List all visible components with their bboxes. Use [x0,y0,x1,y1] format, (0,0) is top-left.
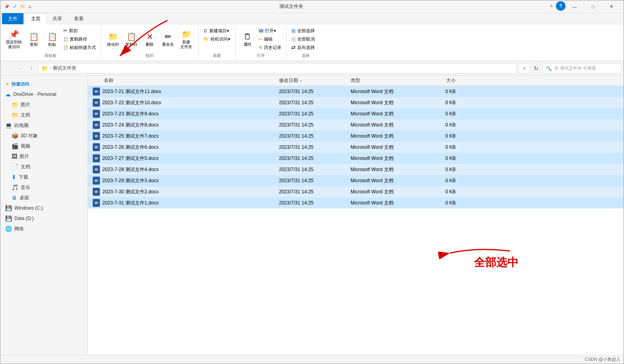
paste-button[interactable]: 📋 粘贴 [43,27,61,52]
table-row[interactable]: W 2023-7-31 测试文件1.docx 2023/7/31 14:25 M… [88,197,624,208]
pin-to-quickaccess-button[interactable]: 📌 固定到快速访问 [4,27,24,52]
clipboard-group-content: 📌 固定到快速访问 📋 复制 📋 粘贴 ✂ 剪切 [4,27,98,52]
new-folder-button[interactable]: 📁 新建文件夹 [177,27,195,52]
desktop-icon: 🖥 [12,195,17,201]
sidebar-3d-objects[interactable]: 📦 3D 对象 [0,130,88,141]
titlebar-pin-icon[interactable]: 📌 [4,4,10,10]
file-name-text: 2023-7-27 测试文件5.docx [102,155,158,162]
close-button[interactable]: ✕ [602,0,620,13]
refresh-button[interactable]: ↻ [530,63,542,74]
new-item-button[interactable]: 🗋 新建项目▾ [202,27,232,35]
minimize-button[interactable]: — [566,0,584,13]
file-name-cell: W 2023-7-22 测试文件10.docx [88,99,279,107]
back-button[interactable]: ← [2,63,13,74]
copy-path-button[interactable]: 📋 复制路径 [62,35,98,43]
sidebar-pictures-onedrive[interactable]: 📁 图片 [0,99,88,110]
sidebar-pictures-pc[interactable]: 🖼 图片 [0,151,88,162]
tab-share[interactable]: 共享 [47,13,68,24]
up-button[interactable]: ↑ [26,63,37,74]
word-file-icon: W [93,132,100,140]
table-row[interactable]: W 2023-7-26 测试文件6.docx 2023/7/31 14:25 M… [88,142,624,153]
table-row[interactable]: W 2023-7-21 测试文件11.docx 2023/7/31 14:25 … [88,86,624,97]
status-bar: CSDN @小奥超人 [0,355,624,364]
copy-to-button[interactable]: 📋 复制到 [123,27,140,52]
star-icon: ★ [5,82,9,87]
cut-button[interactable]: ✂ 剪切 [62,27,98,35]
forward-button[interactable]: → [14,63,25,74]
sidebar-documents-onedrive[interactable]: 📁 文档 [0,110,88,120]
sidebar-this-pc[interactable]: 💻 此电脑 [0,120,88,130]
titlebar-folder-icon[interactable]: 📁 [20,4,26,10]
select-none-button[interactable]: ⊟ 全部取消 [290,35,322,43]
organize-label: 组织 [146,53,154,58]
select-none-icon: ⊟ [291,36,296,42]
ribbon-collapse-btn[interactable]: ∧ [546,1,556,11]
table-row[interactable]: W 2023-7-24 测试文件8.docx 2023/7/31 14:25 M… [88,119,624,130]
open-button[interactable]: W 打开▾ [257,27,283,35]
file-type-cell: Microsoft Word 文档 [351,144,430,151]
copy-button[interactable]: 📋 复制 [25,27,43,52]
properties-button[interactable]: 🗒 属性 [239,27,256,52]
address-dropdown-button[interactable]: ∨ [519,63,530,74]
move-to-button[interactable]: 📁 移动到 [104,27,122,52]
sidebar-desktop[interactable]: 🖥 桌面 [0,193,88,203]
table-row[interactable]: W 2023-7-23 测试文件9.docx 2023/7/31 14:25 M… [88,108,624,119]
file-date-cell: 2023/7/31 14:25 [279,89,351,94]
edit-button[interactable]: ✏ 编辑 [257,35,283,43]
select-group: ⊞ 全部选择 ⊟ 全部取消 ⇄ 反向选择 选择 [287,26,325,59]
select-group-content: ⊞ 全部选择 ⊟ 全部取消 ⇄ 反向选择 [290,27,322,52]
scissors-icon: ✂ [63,28,67,33]
sidebar-documents-pc[interactable]: 📄 文档 [0,162,88,172]
column-date[interactable]: 修改日期 ∨ [279,77,351,84]
sidebar-quick-access-header[interactable]: ★ 快速访问 [0,79,88,89]
select-btns: ⊞ 全部选择 ⊟ 全部取消 ⇄ 反向选择 [290,27,322,51]
tab-home[interactable]: 主页 [25,13,47,24]
maximize-button[interactable]: □ [584,0,602,13]
file-name-cell: W 2023-7-26 测试文件6.docx [88,143,279,151]
column-size[interactable]: 大小 [430,77,462,84]
table-row[interactable]: W 2023-7-28 测试文件4.docx 2023/7/31 14:25 M… [88,164,624,175]
sidebar-onedrive[interactable]: ☁ OneDrive - Personal [0,89,88,99]
easy-access-button[interactable]: 📁 轻松访问▾ [202,35,232,43]
table-row[interactable]: W 2023-7-25 测试文件7.docx 2023/7/31 14:25 M… [88,130,624,142]
word-file-icon: W [93,110,100,118]
help-button[interactable]: ? [556,1,566,11]
table-row[interactable]: W 2023-7-30 测试文件2.docx 2023/7/31 14:25 M… [88,186,624,197]
drive-c-icon: 💾 [5,205,12,211]
file-name-cell: W 2023-7-24 测试文件8.docx [88,121,279,129]
column-type[interactable]: 类型 [351,77,430,84]
search-box[interactable]: 🔍 在 测试文件夹 中搜索 [542,63,622,74]
word-file-icon: W [93,143,100,151]
titlebar-check-icon[interactable]: ✓ [12,4,18,10]
paste-shortcut-button[interactable]: 📋 粘贴快捷方式 [62,43,98,51]
table-row[interactable]: W 2023-7-29 测试文件3.docx 2023/7/31 14:25 M… [88,175,624,186]
file-size-cell: 0 KB [430,156,462,161]
sidebar-d-drive[interactable]: 💾 Data (D:) [0,213,88,224]
tab-file[interactable]: 文件 [2,13,23,24]
word-file-icon: W [93,121,100,129]
sidebar-videos[interactable]: 🎬 视频 [0,141,88,151]
file-list-area: 名称 修改日期 ∨ 类型 大小 W 2023-7-21 测试文件11.docx … [88,76,624,355]
address-path[interactable]: 📁 › 测试文件夹 [38,63,517,74]
rename-button[interactable]: ✏ 重命名 [159,27,177,52]
select-all-icon: ⊞ [291,28,296,34]
file-date-cell: 2023/7/31 14:25 [279,122,351,128]
network-label: 网络 [14,226,24,232]
invert-selection-button[interactable]: ⇄ 反向选择 [290,43,322,51]
file-type-cell: Microsoft Word 文档 [351,200,430,206]
file-name-text: 2023-7-21 测试文件11.docx [102,88,161,95]
tab-view[interactable]: 查看 [68,13,90,24]
new-folder-label: 新建文件夹 [180,40,192,49]
sidebar-music[interactable]: 🎵 音乐 [0,182,88,193]
select-all-button[interactable]: ⊞ 全部选择 [290,27,322,35]
history-button[interactable]: ⟲ 历史记录 [257,43,283,51]
delete-button[interactable]: ✕ 删除 [141,27,158,52]
clipboard-group: 📌 固定到快速访问 📋 复制 📋 粘贴 ✂ 剪切 [0,26,101,59]
move-label: 移动到 [107,42,119,47]
column-name[interactable]: 名称 [88,77,279,84]
sidebar-c-drive[interactable]: 💾 Windows (C:) [0,203,88,213]
sidebar-downloads[interactable]: ⬇ 下载 [0,172,88,182]
table-row[interactable]: W 2023-7-27 测试文件5.docx 2023/7/31 14:25 M… [88,153,624,164]
table-row[interactable]: W 2023-7-22 测试文件10.docx 2023/7/31 14:25 … [88,97,624,108]
sidebar-network[interactable]: 🌐 网络 [0,224,88,234]
